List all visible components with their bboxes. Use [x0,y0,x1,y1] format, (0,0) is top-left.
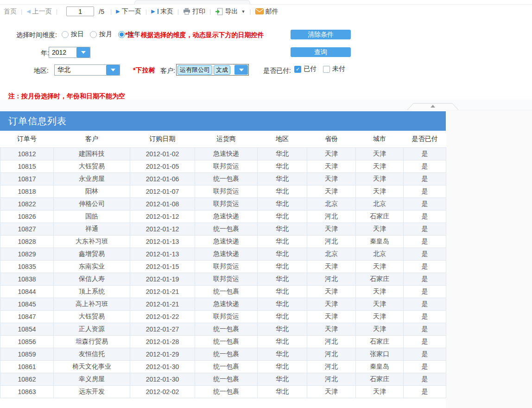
page-number-input[interactable] [66,6,94,16]
table-row: 10822伸格公司2012-01-08联邦货运华北北京北京是 [0,198,446,210]
region-select[interactable]: 华北 [54,64,120,76]
last-page-button[interactable]: ▶ 末页 [151,7,173,16]
print-button[interactable]: 打印 [183,7,205,16]
table-cell: 天津 [356,260,404,273]
table-cell: 是 [404,360,446,373]
paid-status-label: 是否已付: [263,67,291,75]
table-cell: 10817 [0,172,54,185]
table-cell: 华北 [258,248,307,260]
table-cell: 河北 [307,360,356,373]
region-select-dropdown-icon[interactable] [106,65,120,75]
table-cell: 2012-01-30 [130,373,195,385]
table-cell: 10863 [0,385,54,398]
table-row: 10838保信人寿2012-01-19联邦货运华北河北石家庄是 [0,273,446,285]
table-cell: 2012-01-05 [130,160,195,172]
table-cell: 东南实业 [54,260,130,273]
table-cell: 是 [404,335,446,348]
table-cell: 是 [404,172,446,185]
table-cell: 秦皇岛 [356,360,404,373]
year-select[interactable]: 2012 [49,47,90,58]
table-cell: 坦森行贸易 [54,335,130,348]
table-cell: 友恒信托 [54,348,130,360]
table-cell: 天津 [356,310,404,323]
customer-tag[interactable]: 运有限公司 [177,65,212,75]
column-header: 订单号 [0,131,54,147]
toolbar-separator: | [146,8,147,15]
table-cell: 国皓 [54,210,130,223]
year-select-dropdown-icon[interactable] [76,47,90,57]
column-header: 城市 [356,131,404,147]
table-cell: 天津 [307,310,356,323]
table-cell: 华北 [258,335,307,348]
table-cell: 2012-01-30 [130,360,195,373]
table-cell: 是 [404,310,446,323]
checkbox-paid[interactable]: ✓ 已付 [294,65,317,73]
time-dimension-label: 选择时间维度: [16,31,57,39]
table-cell: 大东补习班 [54,235,130,248]
toolbar-separator: | [56,8,57,15]
table-cell: 天津 [356,323,404,335]
table-cell: 河北 [307,373,356,385]
table-cell: 是 [404,160,446,172]
table-cell: 10845 [0,298,54,310]
table-row: 10829鑫增贸易2012-01-13急速快递华北北京北京是 [0,248,446,260]
table-row: 10856坦森行贸易2012-01-28统一包裹华北河北石家庄是 [0,335,446,348]
collapse-panel-handle[interactable] [407,103,459,110]
prev-page-button[interactable]: ◀ 上一页 [26,7,51,16]
table-cell: 联邦货运 [195,310,258,323]
table-cell: 华北 [258,273,307,285]
radio-by-year-control[interactable] [118,31,125,38]
checkbox-paid-label: 已付 [304,65,317,73]
radio-by-day-control[interactable] [62,31,69,38]
table-cell: 是 [404,260,446,273]
table-cell: 正人资源 [54,323,130,335]
checkbox-unpaid[interactable]: ✓ 未付 [323,65,345,73]
mail-button[interactable]: 邮件 [255,7,279,16]
customer-tag[interactable]: 文成 [214,65,230,75]
printer-icon [183,8,190,15]
table-cell: 是 [404,147,446,160]
table-cell: 10847 [0,310,54,323]
customer-combo-dropdown-icon[interactable] [234,65,248,75]
first-page-button[interactable]: 首页 [4,7,17,16]
table-cell: 华北 [258,147,307,160]
checkbox-unpaid-control[interactable]: ✓ [323,66,330,73]
table-cell: 2012-01-22 [130,310,195,323]
next-page-button[interactable]: ▶ 下一页 [116,7,141,16]
column-header: 客户 [54,131,130,147]
table-cell: 华北 [258,198,307,210]
clear-conditions-button[interactable]: 清除条件 [291,30,351,39]
table-cell: 联邦货运 [195,160,258,172]
table-cell: 天津 [307,285,356,298]
table-cell: 2012-01-07 [130,185,195,198]
top-divider [0,4,532,5]
radio-by-month[interactable]: 按月 [90,30,112,38]
table-row: 10818阳林2012-01-07联邦货运华北天津天津是 [0,185,446,198]
query-button[interactable]: 查询 [291,47,351,57]
table-cell: 华北 [258,172,307,185]
table-cell: 2012-01-28 [130,335,195,348]
column-header: 运货商 [195,131,258,147]
header-row: 订单号客户订购日期运货商地区省份城市是否已付 [0,131,446,147]
checkbox-paid-control[interactable]: ✓ [294,66,301,73]
table-cell: 2012-01-13 [130,248,195,260]
table-cell: 建国科技 [54,147,130,160]
customer-combo[interactable]: 运有限公司 文成 [176,64,249,76]
table-cell: 10835 [0,260,54,273]
table-cell: 2012-01-19 [130,273,195,285]
table-cell: 10812 [0,147,54,160]
export-button[interactable]: 导出 ▼ [215,7,245,16]
table-cell: 天津 [307,260,356,273]
table-cell: 天津 [356,160,404,172]
checkbox-unpaid-label: 未付 [332,65,345,73]
table-cell: 联邦货运 [195,198,258,210]
toolbar-separator: | [21,8,22,15]
table-cell: 北京 [307,248,356,260]
table-cell: 2012-01-27 [130,323,195,335]
region-select-value: 华北 [55,66,106,74]
table-cell: 椅天文化事业 [54,360,130,373]
radio-by-day[interactable]: 按日 [62,30,84,38]
radio-by-month-control[interactable] [90,31,97,38]
table-cell: 天津 [356,385,404,398]
table-cell: 华北 [258,235,307,248]
